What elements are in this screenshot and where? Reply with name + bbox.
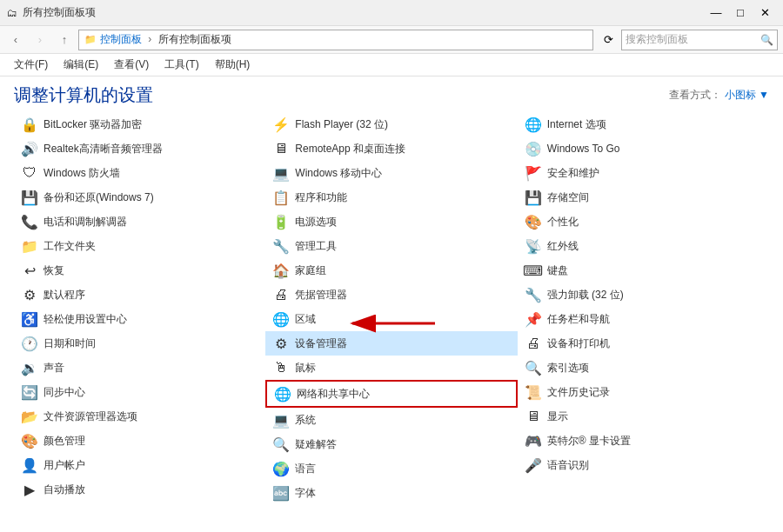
refresh-button[interactable]: ⟳ [599, 30, 618, 50]
menu-help[interactable]: 帮助(H) [208, 56, 258, 74]
list-item[interactable]: 💾存储空间 [518, 185, 769, 209]
list-item[interactable]: 📋程序和功能 [265, 185, 517, 209]
item-icon: 📌 [525, 310, 542, 328]
list-item[interactable]: 🔧管理工具 [265, 234, 517, 258]
item-icon: 👤 [21, 456, 38, 474]
list-item[interactable]: 📞电话和调制解调器 [14, 209, 265, 234]
list-item[interactable]: 👤用户帐户 [14, 453, 265, 477]
maximize-button[interactable]: □ [729, 4, 752, 22]
list-item[interactable]: 💿Windows To Go [518, 136, 769, 161]
back-button[interactable]: ‹ [5, 30, 26, 50]
item-label: 系统 [295, 413, 316, 428]
list-item[interactable]: 📡红外线 [518, 234, 769, 258]
title-bar: 🗂 所有控制面板项 — □ ✕ [0, 0, 783, 26]
list-item[interactable]: ↩恢复 [14, 258, 265, 283]
item-label: 同步中心 [44, 385, 85, 400]
item-label: 英特尔® 显卡设置 [547, 434, 631, 449]
item-icon: 🖨 [272, 286, 290, 303]
list-item[interactable]: 💻Windows 移动中心 [265, 161, 517, 185]
list-item[interactable]: 🔊Realtek高清晰音频管理器 [14, 136, 265, 161]
list-item[interactable]: 🖥显示 [518, 404, 769, 429]
item-icon: 📞 [21, 213, 38, 230]
list-item[interactable]: ⚙设备管理器 [265, 331, 517, 356]
item-icon: 🔍 [272, 436, 290, 453]
list-item[interactable]: 🖥RemoteApp 和桌面连接 [265, 136, 517, 161]
item-label: 声音 [44, 361, 64, 376]
list-item[interactable]: 🔤字体 [265, 481, 517, 505]
item-icon: 🔋 [272, 213, 290, 230]
item-icon: 🔧 [272, 237, 290, 255]
search-field[interactable]: 搜索控制面板 🔍 [621, 30, 778, 50]
list-item[interactable]: ⌨键盘 [518, 258, 769, 283]
list-item[interactable]: 🔧强力卸载 (32 位) [518, 283, 769, 307]
list-item[interactable]: 🌐网络和共享中心 [265, 380, 517, 408]
list-item[interactable]: 💻系统 [265, 408, 517, 432]
item-label: Windows To Go [547, 143, 620, 155]
list-item[interactable]: 📜文件历史记录 [518, 380, 769, 404]
item-icon: 🔤 [272, 484, 290, 502]
item-icon: 🖱 [272, 359, 290, 376]
list-item[interactable]: 🌐Internet 选项 [518, 112, 769, 136]
menu-view[interactable]: 查看(V) [107, 56, 156, 74]
item-icon: ⚙ [21, 286, 38, 303]
page-title: 调整计算机的设置 [14, 83, 153, 107]
menu-edit[interactable]: 编辑(E) [57, 56, 105, 74]
list-item[interactable]: 📂文件资源管理器选项 [14, 404, 265, 429]
item-label: Windows 防火墙 [44, 166, 120, 181]
item-icon: 🎨 [21, 432, 38, 449]
list-item[interactable]: 🎨个性化 [518, 209, 769, 234]
list-item[interactable]: 🛡Windows 防火墙 [14, 161, 265, 185]
breadcrumb-path: 控制面板 › 所有控制面板项 [100, 32, 231, 47]
list-item[interactable]: ⚙默认程序 [14, 283, 265, 307]
list-item[interactable]: 🔄同步中心 [14, 380, 265, 404]
col2: ⚡Flash Player (32 位)🖥RemoteApp 和桌面连接💻Win… [265, 112, 517, 505]
list-item[interactable]: 🖱鼠标 [265, 356, 517, 380]
list-item[interactable]: 💾备份和还原(Windows 7) [14, 185, 265, 209]
list-item[interactable]: ▶自动播放 [14, 477, 265, 502]
list-item[interactable]: 🖨设备和打印机 [518, 331, 769, 356]
item-label: 语音识别 [547, 458, 589, 473]
item-icon: 📜 [525, 383, 542, 401]
list-item[interactable]: 🔍索引选项 [518, 356, 769, 380]
item-icon: 💻 [272, 411, 290, 429]
item-label: 备份和还原(Windows 7) [44, 190, 154, 205]
item-label: 键盘 [547, 263, 568, 278]
view-mode-link[interactable]: 小图标 ▼ [725, 88, 769, 103]
list-item[interactable]: 🕐日期和时间 [14, 331, 265, 356]
list-item[interactable]: 🔋电源选项 [265, 209, 517, 234]
list-item[interactable]: 🔉声音 [14, 356, 265, 380]
list-item[interactable]: 🖨凭据管理器 [265, 283, 517, 307]
list-item[interactable]: 🎨颜色管理 [14, 429, 265, 453]
main-content: 🔒BitLocker 驱动器加密🔊Realtek高清晰音频管理器🛡Windows… [0, 112, 783, 515]
item-label: Flash Player (32 位) [295, 117, 388, 132]
list-item[interactable]: 🎮英特尔® 显卡设置 [518, 429, 769, 453]
up-button[interactable]: ↑ [54, 30, 75, 50]
item-icon: 🔊 [21, 140, 38, 157]
item-icon: 🚩 [525, 164, 542, 182]
list-item[interactable]: 📌任务栏和导航 [518, 307, 769, 331]
list-item[interactable]: 🔍疑难解答 [265, 432, 517, 456]
list-item[interactable]: 📁工作文件夹 [14, 234, 265, 258]
list-item[interactable]: 🌐区域 [265, 307, 517, 331]
item-icon: 🎮 [525, 432, 542, 449]
cp-grid: 🔒BitLocker 驱动器加密🔊Realtek高清晰音频管理器🛡Windows… [14, 112, 769, 505]
menu-tools[interactable]: 工具(T) [157, 56, 205, 74]
list-item[interactable]: ♿轻松使用设置中心 [14, 307, 265, 331]
list-item[interactable]: ⚡Flash Player (32 位) [265, 112, 517, 136]
menu-file[interactable]: 文件(F) [7, 56, 55, 74]
item-label: 工作文件夹 [44, 239, 96, 254]
forward-button[interactable]: › [30, 30, 50, 50]
item-label: 存储空间 [547, 190, 589, 205]
close-button[interactable]: ✕ [753, 4, 776, 22]
item-icon: 💿 [525, 140, 542, 157]
list-item[interactable]: 🏠家庭组 [265, 258, 517, 283]
view-arrow-icon: ▼ [759, 89, 769, 101]
address-field[interactable]: 📁 控制面板 › 所有控制面板项 [78, 30, 593, 50]
minimize-button[interactable]: — [705, 4, 727, 22]
list-item[interactable]: 🌍语言 [265, 456, 517, 481]
window-controls: — □ ✕ [705, 4, 776, 22]
list-item[interactable]: 🎤语音识别 [518, 453, 769, 477]
item-label: 文件历史记录 [547, 385, 610, 400]
list-item[interactable]: 🚩安全和维护 [518, 161, 769, 185]
list-item[interactable]: 🔒BitLocker 驱动器加密 [14, 112, 265, 136]
